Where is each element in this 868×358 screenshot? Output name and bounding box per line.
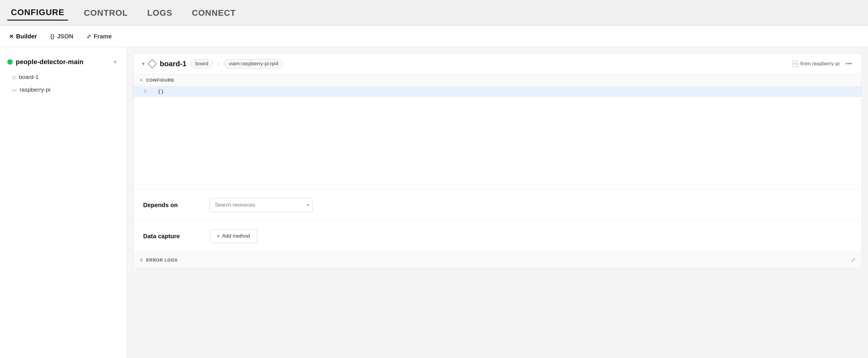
code-editor[interactable]: 1 {} <box>133 87 862 189</box>
sidebar-item-board-1-label: board-1 <box>19 74 39 80</box>
add-method-button[interactable]: + Add method <box>210 229 257 243</box>
line-number-1: 1 <box>133 87 152 97</box>
from-text: from raspberry-pi <box>801 61 840 67</box>
data-capture-label: Data capture <box>143 233 198 240</box>
more-options-button[interactable]: ••• <box>844 59 853 68</box>
builder-icon: ✕ <box>9 33 13 40</box>
error-logs-collapse-button[interactable]: ⇅ <box>140 258 143 262</box>
sub-nav-json[interactable]: {} JSON <box>47 31 76 42</box>
tag-separator: › <box>218 61 220 67</box>
error-logs-section: ⇅ ERROR LOGS ⤢ <box>133 252 862 268</box>
main-layout: people-detector-main + ◇ board-1 ▭ raspb… <box>0 47 868 358</box>
line-content-1: {} <box>152 87 170 97</box>
nav-configure[interactable]: CONFIGURE <box>7 5 68 21</box>
sub-nav-frame[interactable]: ⤢ Frame <box>84 31 115 42</box>
top-nav: CONFIGURE CONTROL LOGS CONNECT <box>0 0 868 26</box>
component-header-right: ▭ from raspberry-pi ••• <box>792 59 853 68</box>
diamond-icon: ◇ <box>12 74 16 80</box>
depends-on-label: Depends on <box>143 202 198 208</box>
tag-model[interactable]: viam:raspberry-pi:rpi4 <box>224 59 283 68</box>
add-resource-button[interactable]: + <box>111 57 120 67</box>
status-dot <box>7 59 13 65</box>
error-logs-left: ⇅ ERROR LOGS <box>140 258 178 262</box>
sidebar-title-left: people-detector-main <box>7 58 84 66</box>
sidebar-item-raspberry-pi-label: raspberry-pi <box>20 87 50 93</box>
search-chevron-icon: ▾ <box>307 203 309 207</box>
component-name: board-1 <box>160 60 186 68</box>
sidebar: people-detector-main + ◇ board-1 ▭ raspb… <box>0 47 127 358</box>
component-header: ▾ board-1 board › viam:raspberry-pi:rpi4… <box>133 54 862 74</box>
depends-on-row: Depends on ▾ <box>143 198 852 212</box>
external-link-icon[interactable]: ⤢ <box>851 257 856 263</box>
sidebar-item-board-1[interactable]: ◇ board-1 <box>0 71 127 84</box>
error-logs-title: ERROR LOGS <box>146 258 178 262</box>
code-line-1: 1 {} <box>133 87 862 97</box>
sub-nav-builder-label: Builder <box>16 33 37 40</box>
nav-logs[interactable]: LOGS <box>144 6 176 20</box>
from-icon: ▭ <box>792 61 798 67</box>
configure-collapse-button[interactable]: ✕ <box>140 78 143 83</box>
nav-control[interactable]: CONTROL <box>80 6 131 20</box>
sub-nav: ✕ Builder {} JSON ⤢ Frame <box>0 26 868 47</box>
tag-board[interactable]: board <box>191 59 213 68</box>
add-method-label: Add method <box>222 233 250 239</box>
collapse-button[interactable]: ▾ <box>142 61 145 67</box>
plus-icon: + <box>217 233 220 239</box>
depends-on-section: Depends on ▾ <box>133 189 862 220</box>
configure-section-title: CONFIGURE <box>146 78 174 83</box>
content-area: ▾ board-1 board › viam:raspberry-pi:rpi4… <box>127 47 868 358</box>
sidebar-title: people-detector-main + <box>0 53 127 71</box>
configure-section-header: ✕ CONFIGURE <box>133 74 862 87</box>
search-resources-container: ▾ <box>210 198 313 212</box>
from-label: ▭ from raspberry-pi <box>792 61 840 67</box>
sub-nav-frame-label: Frame <box>94 33 112 40</box>
frame-icon: ⤢ <box>87 33 91 40</box>
data-capture-row: Data capture + Add method <box>143 229 852 243</box>
data-capture-section: Data capture + Add method <box>133 220 862 252</box>
component-card: ▾ board-1 board › viam:raspberry-pi:rpi4… <box>133 53 862 268</box>
sub-nav-builder[interactable]: ✕ Builder <box>6 31 40 42</box>
search-resources-input[interactable] <box>210 198 313 212</box>
project-name: people-detector-main <box>16 58 84 66</box>
board-icon: ▭ <box>12 87 17 93</box>
component-type-icon <box>147 59 157 68</box>
sub-nav-json-label: JSON <box>57 33 73 40</box>
component-header-left: ▾ board-1 board › viam:raspberry-pi:rpi4 <box>142 59 283 68</box>
json-icon: {} <box>50 33 55 40</box>
nav-connect[interactable]: CONNECT <box>188 6 239 20</box>
sidebar-item-raspberry-pi[interactable]: ▭ raspberry-pi <box>0 84 127 96</box>
